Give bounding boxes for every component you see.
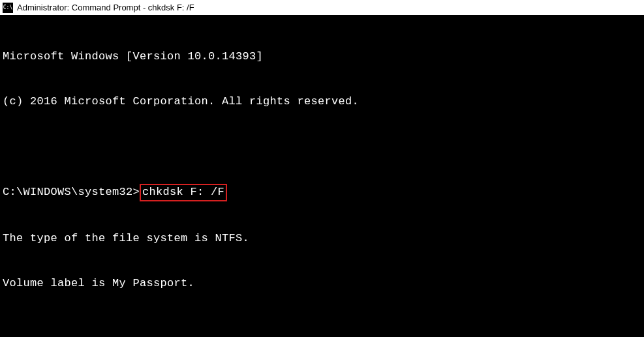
output-blank — [3, 139, 641, 154]
cmd-icon: C:\ — [3, 3, 13, 13]
command-highlight: chkdsk F: /F — [140, 184, 227, 201]
command-prompt-window: C:\ Administrator: Command Prompt - chkd… — [0, 0, 644, 337]
output-line: Volume label is My Passport. — [3, 276, 641, 291]
prompt-path: C:\WINDOWS\system32> — [3, 185, 140, 200]
output-blank — [3, 321, 641, 336]
window-titlebar[interactable]: C:\ Administrator: Command Prompt - chkd… — [0, 0, 644, 16]
prompt-line: C:\WINDOWS\system32>chkdsk F: /F — [3, 184, 641, 201]
output-line: (c) 2016 Microsoft Corporation. All righ… — [3, 95, 641, 110]
output-line: Microsoft Windows [Version 10.0.14393] — [3, 50, 641, 65]
output-line: The type of the file system is NTFS. — [3, 231, 641, 246]
window-title: Administrator: Command Prompt - chkdsk F… — [17, 3, 194, 12]
terminal-output[interactable]: Microsoft Windows [Version 10.0.14393] (… — [0, 16, 644, 337]
